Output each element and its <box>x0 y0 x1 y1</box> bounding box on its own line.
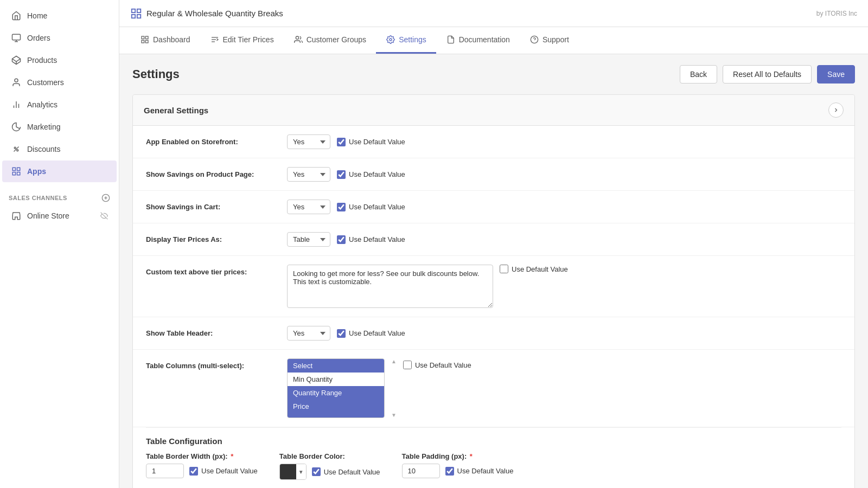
tab-edit-tier-prices[interactable]: Edit Tier Prices <box>200 27 284 54</box>
show-savings-product-use-default[interactable]: Use Default Value <box>337 170 405 179</box>
border-width-input[interactable] <box>146 464 184 478</box>
sidebar-item-orders[interactable]: Orders <box>2 27 117 49</box>
padding-use-default[interactable]: Use Default Value <box>445 467 514 476</box>
table-columns-listbox[interactable]: Select Min Quantity Quantity Range Price… <box>287 358 385 418</box>
tab-support[interactable]: Support <box>520 27 579 54</box>
table-configuration-section: Table Configuration Table Border Width (… <box>133 427 854 488</box>
listbox-option-quantity-range[interactable]: Quantity Range <box>288 386 384 400</box>
border-width-required: * <box>231 452 233 460</box>
svg-rect-25 <box>145 36 148 39</box>
color-swatch[interactable] <box>280 464 296 479</box>
analytics-icon <box>11 99 22 110</box>
display-tier-prices-row: Display Tier Prices As: Table List Use D… <box>133 223 854 256</box>
padding-input[interactable] <box>402 464 440 478</box>
show-savings-cart-use-default[interactable]: Use Default Value <box>337 203 405 211</box>
show-savings-product-label: Show Savings on Product Page: <box>146 167 287 178</box>
sidebar-label-apps: Apps <box>27 167 46 176</box>
svg-point-32 <box>390 38 392 41</box>
show-savings-product-select[interactable]: Yes No <box>287 167 330 182</box>
people-tab-icon <box>293 35 303 44</box>
svg-point-5 <box>15 79 18 82</box>
app-grid-icon <box>130 8 142 20</box>
svg-rect-22 <box>132 14 135 17</box>
back-button[interactable]: Back <box>680 65 717 84</box>
border-width-use-default[interactable]: Use Default Value <box>189 467 258 476</box>
marketing-icon <box>11 121 22 132</box>
add-sales-channel-icon[interactable] <box>101 194 110 202</box>
tab-dashboard[interactable]: Dashboard <box>130 27 200 54</box>
sidebar-label-orders: Orders <box>27 34 50 42</box>
border-color-checkbox[interactable] <box>312 467 321 476</box>
tab-customer-groups[interactable]: Customer Groups <box>284 27 376 54</box>
padding-field: Table Padding (px): * Use Default Value <box>402 452 514 480</box>
listbox-option-min-quantity[interactable]: Min Quantity <box>288 373 384 386</box>
sidebar-item-marketing[interactable]: Marketing <box>2 116 117 138</box>
display-tier-prices-checkbox[interactable] <box>337 235 346 244</box>
tab-documentation[interactable]: Documentation <box>436 27 520 54</box>
app-enabled-use-default[interactable]: Use Default Value <box>337 138 405 146</box>
app-header-title: Regular & Wholesale Quantity Breaks <box>130 8 816 20</box>
svg-rect-20 <box>132 9 135 12</box>
doc-tab-icon <box>446 35 456 44</box>
collapse-general-settings-button[interactable] <box>828 102 844 118</box>
show-savings-cart-checkbox[interactable] <box>337 203 346 211</box>
page-actions: Back Reset All to Defaults Save <box>680 65 855 84</box>
gear-tab-icon <box>386 35 395 44</box>
sidebar-item-analytics[interactable]: Analytics <box>2 94 117 115</box>
svg-rect-14 <box>12 172 15 175</box>
sidebar-label-products: Products <box>27 56 57 65</box>
tab-settings[interactable]: Settings <box>376 27 436 54</box>
show-savings-cart-select[interactable]: Yes No <box>287 200 330 214</box>
custom-text-label: Custom text above tier prices: <box>146 265 287 276</box>
sidebar-item-customers[interactable]: Customers <box>2 72 117 93</box>
app-enabled-select[interactable]: Yes No <box>287 134 330 149</box>
show-savings-product-checkbox[interactable] <box>337 170 346 179</box>
custom-text-textarea[interactable]: Looking to get more for less? See our bu… <box>287 265 493 308</box>
listbox-option-discount[interactable]: Discount <box>288 413 384 418</box>
display-tier-prices-select[interactable]: Table List <box>287 232 330 247</box>
svg-rect-0 <box>12 34 21 40</box>
padding-checkbox[interactable] <box>445 467 454 476</box>
border-color-use-default[interactable]: Use Default Value <box>312 467 380 476</box>
color-swatch-container[interactable]: ▼ <box>279 464 307 480</box>
table-columns-use-default[interactable]: Use Default Value <box>403 361 471 369</box>
custom-text-checkbox[interactable] <box>500 265 508 273</box>
listbox-scroll-up-icon[interactable]: ▲ <box>391 358 397 364</box>
general-settings-title: General Settings <box>144 106 208 115</box>
listbox-scroll-down-icon[interactable]: ▼ <box>391 412 397 418</box>
store-icon <box>11 210 22 221</box>
listbox-option-price[interactable]: Price <box>288 400 384 413</box>
border-color-label: Table Border Color: <box>279 452 380 460</box>
reset-defaults-button[interactable]: Reset All to Defaults <box>723 65 812 84</box>
listbox-option-select[interactable]: Select <box>288 359 384 373</box>
discounts-icon <box>11 144 22 155</box>
app-enabled-label: App Enabled on Storefront: <box>146 134 287 146</box>
border-width-checkbox[interactable] <box>189 467 198 476</box>
online-store-visibility-icon[interactable] <box>100 212 108 220</box>
color-swatch-arrow-icon[interactable]: ▼ <box>296 464 306 479</box>
sidebar-item-apps[interactable]: Apps <box>2 160 117 182</box>
sidebar-item-online-store[interactable]: Online Store <box>2 205 117 227</box>
show-savings-product-control: Yes No Use Default Value <box>287 167 841 182</box>
display-tier-prices-use-default[interactable]: Use Default Value <box>337 235 405 244</box>
show-table-header-select[interactable]: Yes No <box>287 326 330 341</box>
page-content: Settings Back Reset All to Defaults Save… <box>119 54 868 488</box>
show-table-header-row: Show Table Header: Yes No Use Default Va… <box>133 317 854 350</box>
custom-text-use-default[interactable]: Use Default Value <box>500 265 568 273</box>
sidebar-label-marketing: Marketing <box>27 123 60 131</box>
nav-tabs: Dashboard Edit Tier Prices Customer Grou… <box>119 27 868 54</box>
sidebar: Home Orders Products Customers Analytics <box>0 0 119 488</box>
sidebar-item-products[interactable]: Products <box>2 49 117 71</box>
page-title: Settings <box>132 67 180 81</box>
border-color-control: ▼ Use Default Value <box>279 464 380 480</box>
show-table-header-use-default[interactable]: Use Default Value <box>337 329 405 338</box>
sidebar-label-online-store: Online Store <box>27 211 69 220</box>
app-enabled-checkbox[interactable] <box>337 138 346 146</box>
show-table-header-checkbox[interactable] <box>337 329 346 338</box>
sidebar-item-home[interactable]: Home <box>2 5 117 27</box>
save-button[interactable]: Save <box>817 65 855 84</box>
table-columns-checkbox[interactable] <box>403 361 412 369</box>
custom-text-row: Custom text above tier prices: Looking t… <box>133 256 854 317</box>
sidebar-item-discounts[interactable]: Discounts <box>2 138 117 160</box>
listbox-container: Select Min Quantity Quantity Range Price… <box>287 358 397 418</box>
